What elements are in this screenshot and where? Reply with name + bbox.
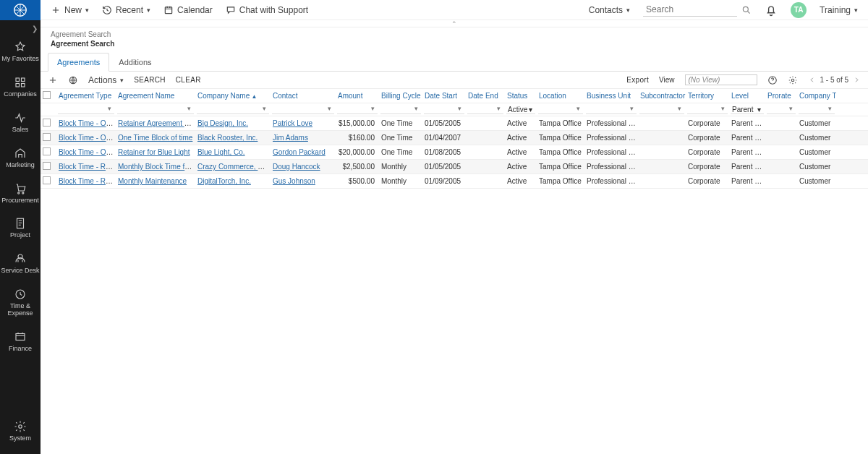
sidebar-item-marketing[interactable]: Marketing (0, 145, 41, 171)
col-header[interactable]: Agreement Name (116, 90, 195, 102)
row-checkbox[interactable] (43, 162, 51, 170)
col-header[interactable]: Prorate (765, 90, 797, 102)
sidebar-item-project[interactable]: Project (0, 215, 41, 241)
agreement-name-link[interactable]: Retainer for Blue Light (118, 148, 190, 156)
filter-cell[interactable]: ▾ (271, 103, 336, 116)
table-row[interactable]: Block Time - One timeOne Time Block of t… (41, 131, 868, 145)
contact-link[interactable]: Doug Hancock (273, 163, 320, 171)
col-header[interactable]: Billing Cycle (379, 90, 422, 102)
sidebar-item-sales[interactable]: Sales (0, 110, 41, 135)
filter-cell[interactable]: ▾ (379, 103, 422, 116)
filter-cell[interactable]: ▾ (537, 103, 584, 116)
filter-cell[interactable]: ▾ (686, 103, 729, 116)
user-avatar[interactable]: TA (791, 2, 807, 18)
col-header[interactable]: Date End (466, 90, 505, 102)
sidebar-item-my-favorites[interactable]: My Favorites (0, 39, 41, 64)
filter-cell[interactable]: ▾ (584, 103, 638, 116)
filter-cell[interactable] (41, 108, 56, 111)
filter-dropdown[interactable]: ▾ (380, 105, 421, 114)
cell[interactable]: Monthly Block Time for Crazy Commerce (116, 160, 195, 173)
col-header[interactable]: Contact (271, 90, 336, 102)
sidebar-item-time-expense[interactable]: Time & Expense (0, 286, 41, 319)
cell[interactable]: One Time Block of time (116, 132, 195, 144)
cell[interactable]: Doug Hancock (271, 160, 336, 173)
tab-agreements[interactable]: Agreements (48, 53, 109, 72)
chat-button[interactable]: Chat with Support (226, 5, 308, 15)
prev-page-icon[interactable] (808, 76, 816, 84)
cell[interactable]: Black Rooster, Inc. (195, 132, 271, 144)
agreement-name-link[interactable]: Retainer Agreement for Big Design (118, 119, 195, 127)
filter-dropdown[interactable]: ▾ (197, 105, 269, 114)
col-header[interactable]: Territory (686, 90, 729, 102)
agreement-type-link[interactable]: Block Time - Recurring (59, 177, 116, 185)
filter-cell[interactable]: Active▾ (505, 103, 537, 116)
table-row[interactable]: Block Time - RecurringMonthly Block Time… (41, 160, 868, 174)
sidebar-expand-icon[interactable]: ❯ (32, 25, 38, 33)
col-header[interactable]: Location (537, 90, 584, 102)
company-link[interactable]: DigitalTorch, Inc. (197, 177, 251, 185)
next-page-icon[interactable] (853, 76, 861, 84)
sidebar-item-finance[interactable]: Finance (0, 329, 41, 354)
cell[interactable]: Block Time - Recurring (56, 160, 116, 173)
recent-button[interactable]: Recent▾ (102, 5, 150, 15)
filter-dropdown[interactable]: ▾ (639, 105, 684, 114)
cell[interactable]: Jim Adams (271, 132, 336, 144)
agreement-name-link[interactable]: One Time Block of time (118, 134, 192, 142)
cell[interactable]: Block Time - One time (56, 132, 116, 144)
sidebar-item-service-desk[interactable]: Service Desk (0, 251, 41, 276)
contacts-dropdown[interactable]: Contacts▾ (589, 5, 630, 15)
global-search-input[interactable] (643, 3, 737, 17)
filter-cell[interactable]: ▾ (797, 103, 836, 116)
sidebar-item-system[interactable]: System (0, 419, 41, 444)
cell[interactable]: Gordon Packard (271, 146, 336, 158)
filter-dropdown[interactable]: ▾ (799, 105, 835, 114)
cell[interactable] (41, 145, 56, 159)
agreement-name-link[interactable]: Monthly Maintenance (118, 177, 187, 185)
filter-dropdown[interactable]: ▾ (467, 105, 503, 114)
company-link[interactable]: Crazy Commerce, Co. (197, 163, 269, 171)
col-header[interactable]: Company Type (797, 90, 836, 102)
cell[interactable]: Block Time - One time (56, 117, 116, 129)
cell[interactable] (41, 116, 56, 130)
filter-cell[interactable]: ▾ (336, 103, 379, 116)
table-row[interactable]: Block Time - RecurringMonthly Maintenanc… (41, 174, 868, 189)
search-icon[interactable] (741, 5, 752, 15)
col-header[interactable]: Status (505, 90, 537, 102)
view-select[interactable]: (No View) (685, 74, 757, 85)
search-button[interactable]: SEARCH (134, 76, 165, 84)
sidebar-item-companies[interactable]: Companies (0, 74, 41, 100)
contact-link[interactable]: Gordon Packard (273, 148, 326, 156)
col-header[interactable]: Date Start (422, 90, 466, 102)
row-checkbox[interactable] (43, 147, 51, 155)
actions-dropdown[interactable]: Actions▾ (88, 75, 124, 85)
cell[interactable]: Block Time - One time (56, 146, 116, 158)
filter-cell[interactable]: ▾ (466, 103, 505, 116)
agreement-type-link[interactable]: Block Time - Recurring (59, 163, 116, 171)
cell[interactable]: DigitalTorch, Inc. (195, 175, 271, 187)
filter-dropdown[interactable]: ▾ (424, 105, 464, 114)
filter-dropdown[interactable]: ▾ (767, 105, 796, 114)
col-header[interactable]: Business Unit (584, 90, 638, 102)
cell[interactable] (41, 131, 56, 145)
cell[interactable]: Retainer for Blue Light (116, 146, 195, 158)
table-row[interactable]: Block Time - One timeRetainer for Blue L… (41, 145, 868, 160)
company-link[interactable]: Big Design, Inc. (197, 119, 248, 127)
filter-cell[interactable]: ▾ (195, 103, 271, 116)
globe-icon[interactable] (68, 75, 78, 85)
clear-button[interactable]: CLEAR (176, 76, 201, 84)
filter-dropdown[interactable]: ▾ (586, 105, 637, 114)
filter-cell[interactable]: ▾ (765, 103, 797, 116)
filter-cell[interactable]: ▾ (422, 103, 466, 116)
select-all-checkbox[interactable] (43, 91, 51, 99)
filter-dropdown[interactable]: ▾ (117, 105, 194, 114)
select-all-header[interactable] (41, 89, 56, 103)
cell[interactable]: Monthly Maintenance (116, 175, 195, 187)
filter-dropdown[interactable]: ▾ (538, 105, 583, 114)
cell[interactable]: Gus Johnson (271, 175, 336, 187)
cell[interactable]: Big Design, Inc. (195, 117, 271, 129)
new-button[interactable]: New▾ (51, 5, 89, 15)
export-link[interactable]: Export (626, 76, 649, 84)
row-checkbox[interactable] (43, 133, 51, 141)
col-header[interactable]: Agreement Type (56, 90, 116, 102)
company-link[interactable]: Black Rooster, Inc. (197, 134, 258, 142)
